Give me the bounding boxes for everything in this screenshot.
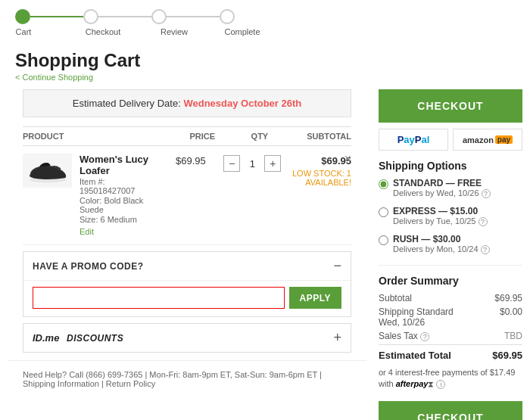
promo-section: HAVE A PROMO CODE? − APPLY [23,251,351,317]
paypal-label: ayPal [404,134,429,145]
summary-shipping-value: $0.00 [500,306,522,328]
shipping-rush-text: RUSH — $30.00 Delivers by Mon, 10/24 ? [393,234,490,254]
qty-increase-btn[interactable]: + [264,155,281,172]
label-review: Review [157,27,191,36]
summary-subtotal-value: $69.95 [494,293,522,303]
item-qty-control: − 1 + [220,154,285,172]
idme-dot-me: .me [42,332,59,344]
afterpay-logo: afterpay [396,379,429,388]
shipping-express-name: EXPRESS — $15.00 [393,206,488,216]
subtotal-price: $69.95 [285,155,351,166]
item-edit-link[interactable]: Edit [80,227,94,236]
shipping-title: Shipping Options [379,160,522,172]
step-review [151,9,167,24]
shipping-express-delivery: Delivers by Tue, 10/25 ? [393,216,488,226]
continue-shopping-link[interactable]: Continue Shopping [0,71,530,89]
header-product: PRODUCT [23,132,176,141]
step-checkout-circle [83,9,98,24]
shipping-rush: RUSH — $30.00 Delivers by Mon, 10/24 ? [379,234,522,254]
summary-tax: Sales Tax ? TBD [379,331,522,341]
shipping-rush-name: RUSH — $30.00 [393,234,490,244]
step-complete [220,9,235,24]
amazon-pay-label: amazon [463,135,494,145]
summary-subtotal: Subtotal $69.95 [379,293,522,303]
item-subtotal: $69.95 LOW STOCK: 1 AVAILABLE! [285,154,351,187]
checkout-btn-bottom[interactable]: CHECKOUT [379,401,522,420]
idme-section: ID.me DISCOUNTS + [23,323,351,353]
qty-value: 1 [246,158,258,170]
step-cart-circle [15,9,30,24]
cart-section: Estimated Delivery Date: Wednesday Octob… [8,89,366,420]
amazon-pay-badge: pay [495,135,513,144]
tax-info-icon[interactable]: ? [420,332,429,341]
promo-body: APPLY [23,280,351,316]
shipping-express-info-icon[interactable]: ? [479,217,488,226]
low-stock-warning: LOW STOCK: 1 AVAILABLE! [285,169,351,187]
connector-2 [98,16,151,17]
promo-collapse-icon: − [333,258,341,274]
shipping-standard-radio[interactable] [379,179,388,189]
shipping-standard-name: STANDARD — FREE [393,178,491,188]
connector-3 [167,16,220,17]
summary-tax-value: TBD [504,331,522,341]
item-price: $69.95 [162,154,220,166]
connector-1 [30,16,83,17]
afterpay-info-icon[interactable]: i [436,380,445,389]
remove-item-btn[interactable]: × [344,152,351,166]
paypal-P: P [398,134,404,145]
summary-tax-label: Sales Tax ? [379,331,429,341]
delivery-date: Wednesday October 26th [183,98,301,109]
cart-header: PRODUCT PRICE QTY SUBTOTAL [23,127,351,146]
page-title: Shopping Cart [0,42,530,71]
shipping-rush-radio[interactable] [379,235,388,245]
estimated-total-label: Estimated Total [379,350,451,361]
shipping-standard-delivery: Delivers by Wed, 10/26 ? [393,188,491,198]
step-checkout [83,9,98,24]
afterpay-note: or 4 interest-free payments of $17.49 wi… [379,367,522,390]
header-qty: QTY [229,132,291,141]
paypal-btn[interactable]: PayPal [379,129,448,151]
promo-header-text: HAVE A PROMO CODE? [33,261,144,272]
sidebar: CHECKOUT PayPal amazon pay Shipping Opti… [379,89,522,420]
shipping-rush-info-icon[interactable]: ? [481,245,490,254]
summary-shipping-label: Shipping StandardWed, 10/26 [379,306,454,328]
promo-input[interactable] [33,287,285,309]
idme-expand-icon: + [333,330,341,346]
shipping-standard-text: STANDARD — FREE Delivers by Wed, 10/26 ? [393,178,491,198]
label-checkout: Checkout [83,27,123,36]
amazon-pay-btn[interactable]: amazon pay [453,129,522,151]
promo-header[interactable]: HAVE A PROMO CODE? − [23,252,351,280]
payment-options: PayPal amazon pay [379,129,522,151]
item-color: Color: Bold Black Suede [80,196,162,214]
cart-item: Women's Lucy Loafer Item #: 195018427007… [23,146,351,245]
shipping-express-radio[interactable] [379,207,388,217]
idme-header[interactable]: ID.me DISCOUNTS + [23,324,351,352]
idme-discounts: DISCOUNTS [67,333,123,344]
promo-apply-btn[interactable]: APPLY [289,287,341,309]
header-price: PRICE [176,132,229,141]
checkout-btn-top[interactable]: CHECKOUT [379,89,522,123]
estimated-total: Estimated Total $69.95 [379,344,522,361]
step-cart [15,9,30,24]
idme-logo: ID.me DISCOUNTS [33,332,123,344]
summary-subtotal-label: Subtotal [379,293,412,303]
shipping-standard: STANDARD — FREE Delivers by Wed, 10/26 ? [379,178,522,198]
label-cart: Cart [11,27,36,36]
item-image [23,154,72,188]
item-size: Size: 6 Medium [80,215,162,224]
footer-note: Need Help? Call (866) 699-7365 | Mon-Fri… [8,360,366,397]
cart-table: PRODUCT PRICE QTY SUBTOTAL Wom [23,126,351,245]
summary-shipping: Shipping StandardWed, 10/26 $0.00 [379,306,522,328]
main-layout: Estimated Delivery Date: Wednesday Octob… [0,89,530,420]
step-complete-circle [220,9,235,24]
shipping-express-text: EXPRESS — $15.00 Delivers by Tue, 10/25 … [393,206,488,226]
progress-bar [0,0,530,27]
label-complete: Complete [223,27,262,36]
shipping-rush-delivery: Delivers by Mon, 10/24 ? [393,244,490,254]
shipping-standard-info-icon[interactable]: ? [482,189,491,198]
qty-decrease-btn[interactable]: − [223,155,240,172]
item-details: Women's Lucy Loafer Item #: 195018427007… [80,154,162,237]
step-review-circle [151,9,167,24]
delivery-prefix: Estimated Delivery Date: [73,98,184,109]
item-name: Women's Lucy Loafer [80,154,162,176]
